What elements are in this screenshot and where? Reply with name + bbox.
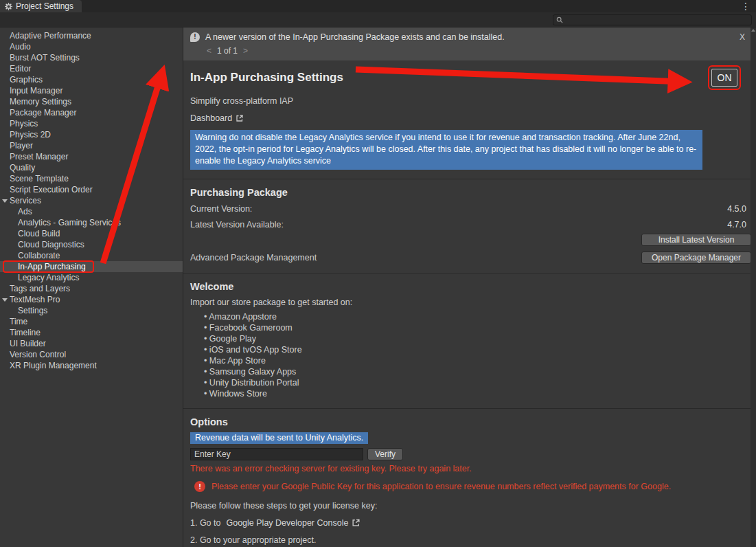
sidebar-item-editor[interactable]: Editor bbox=[0, 63, 183, 74]
sidebar-item-textmesh-pro[interactable]: TextMesh Pro bbox=[0, 294, 183, 305]
welcome-heading: Welcome bbox=[190, 281, 756, 292]
store-list-item: Amazon Appstore bbox=[204, 311, 756, 322]
sidebar-item-xr-plugin-management[interactable]: XR Plugin Management bbox=[0, 360, 183, 371]
legacy-analytics-warning: Warning do not disable the Legacy Analyt… bbox=[190, 130, 702, 170]
license-step-1: 1. Go to Google Play Developer Console bbox=[183, 518, 756, 528]
tab-project-settings[interactable]: Project Settings bbox=[0, 0, 82, 12]
google-public-key-input[interactable] bbox=[190, 448, 363, 460]
sidebar-item-timeline[interactable]: Timeline bbox=[0, 327, 183, 338]
sidebar-item-graphics[interactable]: Graphics bbox=[0, 74, 183, 85]
google-play-console-link[interactable]: Google Play Developer Console bbox=[226, 518, 348, 528]
google-key-error-message: Please enter your Google Public Key for … bbox=[211, 482, 671, 491]
foldout-open-icon[interactable] bbox=[2, 298, 8, 302]
tab-title: Project Settings bbox=[16, 1, 73, 11]
sidebar-item-time[interactable]: Time bbox=[0, 316, 183, 327]
sidebar-item-physics[interactable]: Physics bbox=[0, 118, 183, 129]
sidebar-item-version-control[interactable]: Version Control bbox=[0, 349, 183, 360]
window-tab-bar: Project Settings ⋮ bbox=[0, 0, 756, 12]
search-input[interactable] bbox=[565, 16, 748, 24]
simplify-iap-label: Simplify cross-platform IAP bbox=[183, 96, 756, 106]
license-steps-intro: Please follow these steps to get your li… bbox=[183, 501, 756, 511]
foldout-open-icon[interactable] bbox=[2, 199, 8, 203]
welcome-intro: Import our store package to get started … bbox=[183, 298, 756, 307]
license-step-2: 2. Go to your appropriate project. bbox=[183, 535, 756, 545]
update-notification-banner: ! A newer version of the In-App Purchasi… bbox=[183, 27, 756, 60]
error-icon: ! bbox=[194, 481, 205, 492]
verify-key-button[interactable]: Verify bbox=[367, 448, 403, 460]
dashboard-link-label: Dashboard bbox=[190, 113, 232, 123]
open-package-manager-button[interactable]: Open Package Manager bbox=[641, 252, 751, 264]
iap-enabled-toggle[interactable]: ON bbox=[711, 69, 737, 87]
current-version-label: Current Version: bbox=[190, 204, 252, 214]
search-icon bbox=[556, 16, 563, 23]
step1-prefix: 1. Go to bbox=[190, 518, 220, 528]
banner-message: A newer version of the In-App Purchasing… bbox=[205, 32, 505, 42]
sidebar-item-quality[interactable]: Quality bbox=[0, 162, 183, 173]
sidebar-item-in-app-purchasing[interactable]: In-App Purchasing bbox=[0, 261, 183, 272]
store-list-item: Unity Distribution Portal bbox=[204, 377, 756, 388]
banner-next-icon[interactable]: > bbox=[243, 46, 248, 56]
advanced-package-management-label: Advanced Package Management bbox=[190, 253, 317, 263]
close-banner-icon[interactable]: X bbox=[740, 32, 745, 42]
store-list-item: Mac App Store bbox=[204, 355, 756, 366]
settings-sidebar: Adaptive Performance Audio Burst AOT Set… bbox=[0, 27, 183, 547]
sidebar-item-physics-2d[interactable]: Physics 2D bbox=[0, 129, 183, 140]
annotation-box-on-toggle: ON bbox=[708, 65, 741, 90]
sidebar-item-textmesh-settings[interactable]: Settings bbox=[0, 305, 183, 316]
sidebar-item-memory-settings[interactable]: Memory Settings bbox=[0, 96, 183, 107]
sidebar-item-ads[interactable]: Ads bbox=[0, 206, 183, 217]
sidebar-item-label: TextMesh Pro bbox=[10, 295, 60, 304]
latest-version-label: Latest Version Available: bbox=[190, 220, 284, 230]
sidebar-item-player[interactable]: Player bbox=[0, 140, 183, 151]
settings-content: ! A newer version of the In-App Purchasi… bbox=[183, 27, 756, 547]
external-link-icon bbox=[352, 518, 360, 527]
sidebar-item-input-manager[interactable]: Input Manager bbox=[0, 85, 183, 96]
sidebar-item-package-manager[interactable]: Package Manager bbox=[0, 107, 183, 118]
sidebar-item-collaborate[interactable]: Collaborate bbox=[0, 250, 183, 261]
page-title: In-App Purchasing Settings bbox=[190, 71, 343, 85]
sidebar-item-tags-and-layers[interactable]: Tags and Layers bbox=[0, 283, 183, 294]
purchasing-package-heading: Purchasing Package bbox=[190, 187, 756, 198]
store-list-item: Google Play bbox=[204, 333, 756, 344]
sidebar-item-preset-manager[interactable]: Preset Manager bbox=[0, 151, 183, 162]
revenue-analytics-note: Revenue data will be sent to Unity Analy… bbox=[190, 432, 368, 444]
sidebar-item-label: Services bbox=[10, 196, 41, 205]
latest-version-value: 4.7.0 bbox=[727, 220, 746, 230]
scroll-up-icon[interactable] bbox=[751, 29, 755, 32]
external-link-icon bbox=[236, 114, 244, 122]
sidebar-item-cloud-diagnostics[interactable]: Cloud Diagnostics bbox=[0, 239, 183, 250]
notification-bubble-icon: ! bbox=[190, 32, 200, 42]
sidebar-item-label: In-App Purchasing bbox=[18, 262, 86, 271]
search-box[interactable] bbox=[553, 14, 752, 25]
banner-pagination: < 1 of 1 > bbox=[190, 46, 749, 56]
section-divider bbox=[183, 273, 756, 274]
sidebar-item-scene-template[interactable]: Scene Template bbox=[0, 173, 183, 184]
settings-toolbar bbox=[0, 12, 756, 27]
main-area: Adaptive Performance Audio Burst AOT Set… bbox=[0, 27, 756, 547]
window-menu-icon[interactable]: ⋮ bbox=[738, 1, 753, 12]
sidebar-item-script-execution-order[interactable]: Script Execution Order bbox=[0, 184, 183, 195]
banner-prev-icon[interactable]: < bbox=[207, 46, 211, 56]
section-divider bbox=[183, 179, 756, 179]
banner-page-label: 1 of 1 bbox=[217, 46, 238, 56]
sidebar-item-ui-builder[interactable]: UI Builder bbox=[0, 338, 183, 349]
store-list-item: Facebook Gameroom bbox=[204, 322, 756, 333]
store-list-item: iOS and tvOS App Store bbox=[204, 344, 756, 355]
vertical-scrollbar[interactable] bbox=[751, 27, 756, 547]
store-list-item: Windows Store bbox=[204, 388, 756, 399]
settings-gear-icon bbox=[5, 3, 12, 10]
dashboard-link[interactable]: Dashboard bbox=[183, 113, 756, 123]
sidebar-item-audio[interactable]: Audio bbox=[0, 41, 183, 52]
section-divider bbox=[183, 408, 756, 409]
server-error-message: There was an error checking server for e… bbox=[190, 464, 756, 473]
current-version-value: 4.5.0 bbox=[727, 204, 746, 214]
sidebar-item-analytics-gaming-services[interactable]: Analytics - Gaming Services bbox=[0, 217, 183, 228]
sidebar-item-burst-aot-settings[interactable]: Burst AOT Settings bbox=[0, 52, 183, 63]
sidebar-item-adaptive-performance[interactable]: Adaptive Performance bbox=[0, 30, 183, 41]
store-list-item: Samsung Galaxy Apps bbox=[204, 366, 756, 377]
store-list: Amazon Appstore Facebook Gameroom Google… bbox=[204, 311, 756, 399]
sidebar-item-cloud-build[interactable]: Cloud Build bbox=[0, 228, 183, 239]
install-latest-version-button[interactable]: Install Latest Version bbox=[641, 234, 751, 246]
sidebar-item-legacy-analytics[interactable]: Legacy Analytics bbox=[0, 272, 183, 283]
sidebar-item-services[interactable]: Services bbox=[0, 195, 183, 206]
